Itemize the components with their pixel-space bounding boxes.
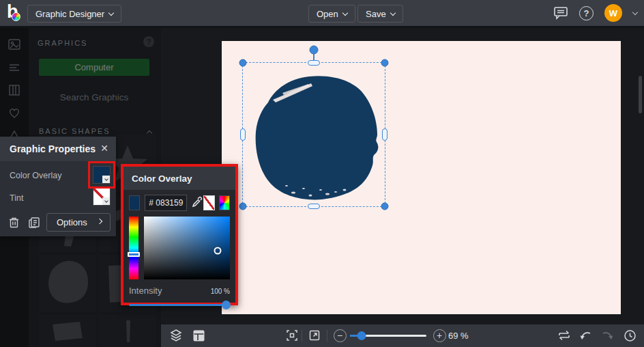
spectrum-swatch[interactable] [219, 195, 230, 210]
chevron-right-icon [97, 219, 102, 224]
avatar-initial: W [609, 8, 617, 18]
zoom-in-button[interactable]: + [432, 328, 447, 343]
user-avatar[interactable]: W [604, 4, 622, 22]
graphic-properties-header: Graphic Properties ✕ [0, 137, 116, 161]
fullscreen-preview-button[interactable] [307, 328, 322, 343]
account-chevron-down-icon[interactable] [632, 9, 638, 14]
swatch-dropdown-icon[interactable] [102, 197, 110, 205]
chevron-down-icon [342, 10, 348, 15]
toolbar-divider [302, 330, 302, 342]
workspace: GRAPHICS ? Computer BASIC SHAPES [0, 28, 644, 347]
chevron-down-icon [390, 10, 395, 15]
duplicate-button[interactable] [26, 214, 42, 231]
intensity-slider-handle[interactable] [222, 301, 231, 309]
resize-handle-top-right[interactable] [381, 59, 389, 67]
close-icon[interactable]: ✕ [100, 143, 108, 154]
app-menu-label: Graphic Designer [35, 9, 104, 19]
resize-handle-top-left[interactable] [239, 59, 247, 67]
intensity-slider-track [129, 304, 230, 306]
color-picker-cursor[interactable] [214, 247, 222, 254]
undo-button[interactable] [579, 328, 594, 343]
color-overlay-popup-title: Color Overlay [132, 174, 192, 184]
graphic-properties-panel: Graphic Properties ✕ Color Overlay Tint [0, 137, 116, 236]
color-overlay-popup: Color Overlay [121, 164, 238, 305]
zoom-slider[interactable] [350, 335, 426, 337]
resize-handle-right[interactable] [382, 128, 387, 141]
intensity-value: 100 % [211, 288, 230, 295]
no-color-swatch[interactable] [203, 195, 214, 210]
compare-toggle-button[interactable] [557, 328, 572, 343]
color-wheel-icon [12, 12, 20, 21]
saturation-brightness-picker[interactable] [144, 217, 230, 279]
hue-slider-handle[interactable] [128, 252, 140, 257]
resize-handle-bottom-left[interactable] [239, 203, 247, 210]
resize-handle-top[interactable] [308, 60, 320, 66]
options-label: Options [57, 217, 87, 227]
tint-label: Tint [10, 193, 23, 203]
app-menu-button[interactable]: Graphic Designer [27, 5, 121, 23]
resize-handle-bottom[interactable] [308, 204, 320, 209]
toolbar-divider [327, 330, 327, 342]
zoom-out-button[interactable]: − [332, 328, 347, 343]
workspace-scrollbar[interactable] [639, 76, 642, 113]
color-overlay-popup-header: Color Overlay [123, 167, 235, 190]
hex-color-input[interactable] [145, 195, 187, 211]
intensity-slider[interactable] [129, 301, 230, 309]
resize-handle-bottom-right[interactable] [381, 203, 389, 210]
swatch-dropdown-icon[interactable] [102, 176, 110, 183]
bottom-toolbar: − + 69 % [161, 324, 644, 347]
zoom-level-value[interactable]: 69 % [448, 331, 469, 341]
app-logo[interactable]: b [7, 3, 26, 24]
zoom-slider-handle[interactable] [357, 331, 366, 340]
current-color-swatch[interactable] [129, 195, 140, 210]
intensity-label: Intensity [129, 286, 162, 296]
layers-button[interactable] [169, 328, 184, 343]
fit-to-screen-button[interactable] [284, 328, 299, 343]
design-canvas[interactable] [222, 41, 621, 314]
eyedropper-icon[interactable] [192, 196, 203, 210]
save-button[interactable]: Save [357, 5, 403, 23]
templates-button[interactable] [191, 328, 206, 343]
help-glyph: ? [584, 8, 589, 18]
color-overlay-label: Color Overlay [10, 171, 61, 180]
help-icon[interactable]: ? [579, 6, 594, 20]
open-button[interactable]: Open [308, 5, 355, 23]
feedback-chat-icon[interactable] [553, 6, 568, 20]
selection-bounding-box[interactable] [242, 62, 385, 207]
resize-handle-left[interactable] [240, 128, 246, 141]
color-overlay-swatch[interactable] [93, 166, 111, 184]
open-label: Open [317, 9, 338, 19]
graphic-properties-title: Graphic Properties [10, 143, 96, 154]
history-button[interactable] [622, 328, 637, 343]
delete-button[interactable] [5, 214, 22, 231]
hue-slider[interactable] [129, 217, 138, 279]
rotate-handle[interactable] [310, 46, 319, 55]
options-button[interactable]: Options [46, 213, 111, 232]
redo-button[interactable] [600, 328, 615, 343]
tint-swatch[interactable] [93, 188, 111, 206]
top-bar: b Graphic Designer Open Save ? [0, 0, 644, 28]
save-label: Save [366, 9, 386, 19]
app-window: b Graphic Designer Open Save ? [0, 0, 644, 347]
chevron-down-icon [108, 10, 114, 15]
